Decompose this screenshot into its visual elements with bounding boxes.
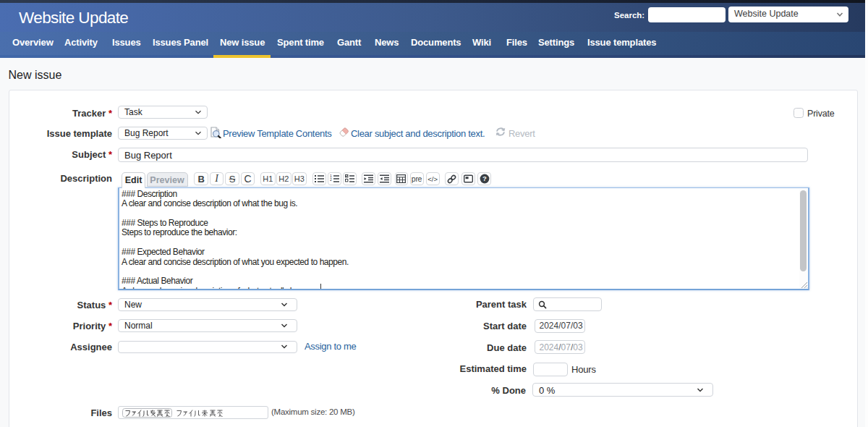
svg-text:?: ?: [482, 174, 487, 182]
svg-text:2: 2: [330, 177, 332, 182]
